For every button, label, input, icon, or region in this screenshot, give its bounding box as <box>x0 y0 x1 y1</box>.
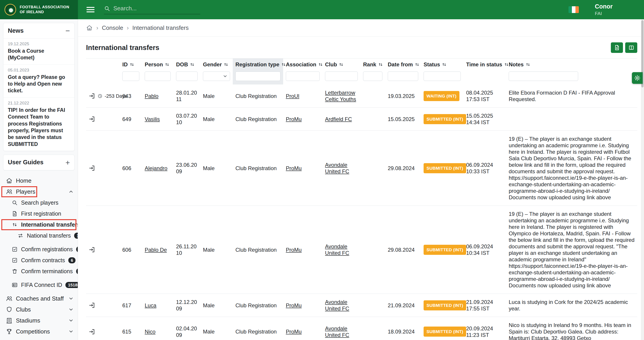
enter-transfer-icon[interactable] <box>89 165 96 171</box>
clock-icon <box>98 94 102 99</box>
sidebar-item-fifa-connect-id[interactable]: FIFA Connect ID 15185 <box>0 279 78 290</box>
sort-icon[interactable] <box>378 62 383 67</box>
association-link[interactable]: ProMu <box>286 302 302 308</box>
person-link[interactable]: Pablo De <box>145 247 167 253</box>
sort-icon[interactable] <box>525 62 531 67</box>
club-link[interactable]: Ardfield FC <box>325 116 352 122</box>
association-link[interactable]: ProMu <box>286 165 302 171</box>
global-search[interactable] <box>104 5 200 14</box>
export-button[interactable] <box>611 42 623 53</box>
cell-notes: Nico is studying in Ireland fro 9 months… <box>506 317 637 340</box>
menu-toggle-button[interactable] <box>86 6 94 13</box>
filter-dob-input[interactable] <box>176 72 198 81</box>
columns-settings-button[interactable] <box>625 42 637 53</box>
sidebar-item-referees-and-officials[interactable]: Referees and Officials <box>0 337 78 340</box>
sidebar-item-players[interactable]: Players <box>0 186 78 197</box>
enter-transfer-icon[interactable] <box>89 246 96 253</box>
shield-icon <box>6 306 12 313</box>
user-menu[interactable]: Conor FAI <box>595 3 613 16</box>
sidebar-item-competitions[interactable]: Competitions <box>0 326 78 337</box>
breadcrumb-console[interactable]: Console <box>102 25 123 31</box>
sidebar-item-first-registration[interactable]: First registration <box>0 208 78 219</box>
sidebar-item-confirm-registrations[interactable]: Confirm registrations 93 <box>0 244 78 255</box>
filter-id-input[interactable] <box>122 72 139 81</box>
cell-dob: 02.04.2009 <box>174 317 200 340</box>
sidebar-item-international-transfers[interactable]: International transfers 0 <box>0 219 78 230</box>
sort-icon[interactable] <box>318 62 323 67</box>
sort-icon[interactable] <box>504 62 509 67</box>
cell-id: 643 <box>120 85 142 108</box>
chevron-down-icon <box>68 296 74 301</box>
sort-icon[interactable] <box>129 62 134 67</box>
enter-transfer-icon[interactable] <box>89 302 96 309</box>
sort-icon[interactable] <box>281 62 286 67</box>
sidebar-item-stadiums[interactable]: Stadiums <box>0 315 78 326</box>
sort-icon[interactable] <box>190 62 195 67</box>
filter-person-input[interactable] <box>145 72 171 81</box>
global-search-input[interactable] <box>113 5 200 12</box>
person-link[interactable]: Luca <box>145 302 156 308</box>
filter-notes-input[interactable] <box>509 72 578 81</box>
sidebar-item-coaches-and-staff[interactable]: Coaches and Staff <box>0 293 78 304</box>
cell-dob: 12.12.2009 <box>174 294 200 317</box>
page-scrollbar[interactable] <box>641 19 644 340</box>
person-link[interactable]: Nico <box>145 328 156 334</box>
filter-club-input[interactable] <box>325 72 358 81</box>
count-badge: 1389 <box>74 233 78 239</box>
cell-notes <box>506 108 637 131</box>
user-guides-panel: User Guides + <box>3 155 74 170</box>
cell-gender: Male <box>200 317 233 340</box>
cell-rank <box>360 131 385 206</box>
org-name: FOOTBALL ASSOCIATION OF IRELAND <box>20 5 71 15</box>
filter-gender-select[interactable] <box>203 72 230 81</box>
person-link[interactable]: Pablo <box>145 93 158 99</box>
sidebar-item-clubs[interactable]: Clubs <box>0 304 78 315</box>
home-icon <box>6 177 12 184</box>
enter-transfer-icon[interactable] <box>89 116 96 122</box>
club-link[interactable]: Avondale United FC <box>325 325 349 338</box>
fai-logo[interactable]: FOOTBALL ASSOCIATION OF IRELAND <box>0 0 78 19</box>
club-link[interactable]: Avondale United FC <box>325 243 349 256</box>
filter-status-input[interactable] <box>424 72 461 81</box>
sidebar-item-confirm-contracts[interactable]: Confirm contracts 6 <box>0 255 78 266</box>
ireland-flag-icon[interactable] <box>568 6 579 13</box>
expand-user-guides-button[interactable]: + <box>66 159 70 166</box>
sidebar-item-search-players[interactable]: Search players <box>0 197 78 208</box>
cell-time-in-status: 06.09.2024 10:34 IST <box>464 206 506 294</box>
cell-id: 649 <box>120 108 142 131</box>
association-link[interactable]: ProMu <box>286 116 302 122</box>
sidebar-item-home[interactable]: Home <box>0 175 78 186</box>
user-guides-title: User Guides <box>8 159 44 166</box>
status-badge: SUBMITTED (INT) <box>424 245 466 255</box>
table-settings-flyout-button[interactable] <box>632 72 643 84</box>
club-link[interactable]: Avondale United FC <box>325 299 349 311</box>
sort-icon[interactable] <box>414 62 420 67</box>
person-link[interactable]: Alejandro <box>145 165 167 171</box>
sort-icon[interactable] <box>223 62 229 67</box>
sort-icon[interactable] <box>164 62 170 67</box>
association-link[interactable]: ProMu <box>286 328 302 334</box>
person-link[interactable]: Vasilis <box>145 116 160 122</box>
filter-registration-type-input[interactable] <box>236 72 280 81</box>
sidebar-item-national-transfers[interactable]: National transfers 1389 <box>0 230 78 241</box>
file-export-icon <box>614 45 620 51</box>
sort-icon[interactable] <box>442 62 447 67</box>
collapse-news-button[interactable]: − <box>66 27 70 35</box>
filter-date-from-input[interactable] <box>388 72 418 81</box>
cell-time-in-status: 08.04.2025 17:53 IST <box>464 85 506 108</box>
user-org: FAI <box>595 11 613 16</box>
association-link[interactable]: ProUl <box>286 93 299 99</box>
sidebar-item-confirm-terminations[interactable]: Confirm terminations 3 <box>0 266 78 277</box>
association-link[interactable]: ProMu <box>286 247 302 253</box>
col-header-association: Association <box>283 59 322 71</box>
cell-id: 606 <box>120 206 142 294</box>
club-link[interactable]: Avondale United FC <box>325 162 349 174</box>
club-link[interactable]: Letterbarrow Celtic Youths <box>325 90 356 102</box>
enter-transfer-icon[interactable] <box>89 93 96 99</box>
filter-association-input[interactable] <box>286 72 320 81</box>
breadcrumb-home-icon[interactable] <box>86 25 93 31</box>
filter-rank-input[interactable] <box>363 72 382 81</box>
sort-icon[interactable] <box>338 62 344 67</box>
enter-transfer-icon[interactable] <box>89 328 96 335</box>
count-badge: 93 <box>76 246 78 252</box>
